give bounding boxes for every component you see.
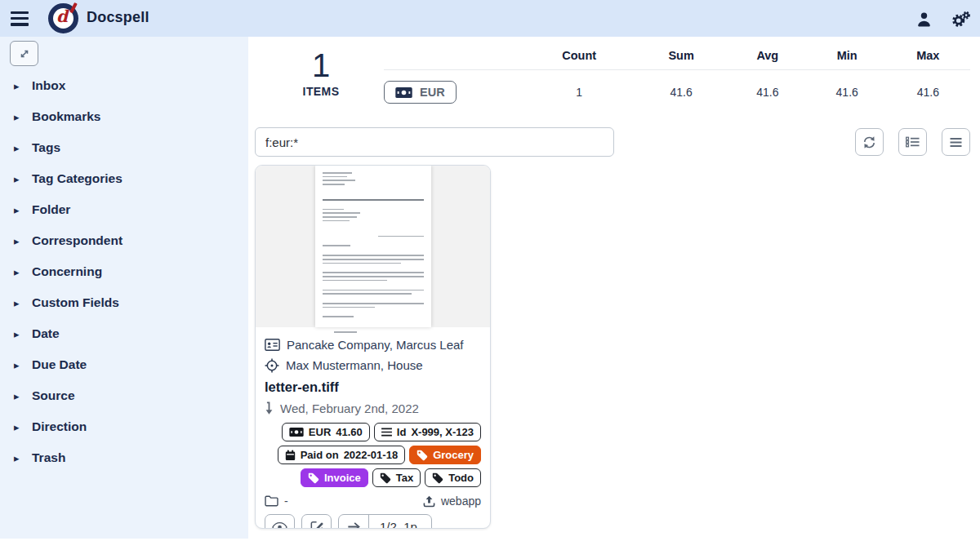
sidebar-item-date[interactable]: ▸Date: [0, 318, 248, 349]
sidebar-item-folder[interactable]: ▸Folder: [0, 194, 248, 225]
arrow-down-icon: [265, 401, 274, 415]
sidebar-item-due-date[interactable]: ▸Due Date: [0, 349, 248, 380]
stats-col-count: Count: [523, 47, 635, 70]
view-menu-button[interactable]: [942, 128, 970, 156]
menu-icon[interactable]: [11, 11, 29, 26]
left-sidebar: ▸Inbox ▸Bookmarks ▸Tags ▸Tag Categories …: [0, 37, 248, 539]
source-name: webapp: [441, 495, 481, 508]
correspondent-row: Pancake Company, Marcus Leaf: [265, 335, 481, 355]
open-detail-button[interactable]: [339, 515, 369, 529]
stats-max-value: 41.6: [886, 70, 970, 104]
currency-badge: EUR: [384, 81, 457, 104]
money-bill-icon: [395, 87, 412, 98]
items-count-block: 1 ITEMS: [272, 47, 370, 98]
app-title: Docspell: [87, 9, 149, 26]
stats-col-avg: Avg: [727, 47, 808, 70]
lines-icon: [381, 428, 392, 437]
chevron-right-icon: ▸: [14, 297, 25, 309]
chevron-right-icon: ▸: [14, 142, 25, 154]
chevron-right-icon: ▸: [14, 173, 25, 185]
sidebar-item-label: Folder: [32, 202, 70, 217]
chevron-right-icon: ▸: [14, 80, 25, 92]
tag-name: Tax: [396, 471, 413, 485]
sidebar-item-tags[interactable]: ▸Tags: [0, 132, 248, 163]
sidebar-item-tag-categories[interactable]: ▸Tag Categories: [0, 163, 248, 194]
chevron-right-icon: ▸: [14, 452, 25, 464]
sidebar-item-custom-fields[interactable]: ▸Custom Fields: [0, 287, 248, 318]
gears-icon[interactable]: [951, 9, 972, 29]
currency-stats-table: Count Sum Avg Min Max EUR 1 41.6 41.6 41…: [384, 47, 970, 104]
amount-currency: EUR: [309, 425, 331, 439]
select-mode-button[interactable]: [898, 128, 927, 156]
preview-button[interactable]: [265, 514, 295, 529]
chevron-right-icon: ▸: [14, 235, 25, 247]
stats-col-max: Max: [886, 47, 970, 70]
sidebar-item-source[interactable]: ▸Source: [0, 380, 248, 411]
sidebar-item-label: Custom Fields: [32, 295, 119, 310]
chevron-right-icon: ▸: [14, 328, 25, 340]
eye-icon: [272, 522, 287, 530]
sidebar-item-direction[interactable]: ▸Direction: [0, 411, 248, 442]
upload-icon: [423, 495, 435, 508]
edit-button[interactable]: [301, 514, 332, 529]
expand-sidebar-button[interactable]: [10, 41, 38, 66]
chevron-right-icon: ▸: [14, 359, 25, 371]
bars-icon: [950, 137, 962, 148]
refresh-button[interactable]: [855, 128, 884, 156]
item-badges: EUR 41.60 Id X-999, X-123 Paid on 2022-0…: [265, 423, 481, 487]
document-thumbnail[interactable]: [256, 166, 490, 327]
sidebar-item-inbox[interactable]: ▸Inbox: [0, 70, 248, 101]
sync-icon: [862, 135, 876, 149]
paid-date-badge: Paid on 2022-01-18: [278, 446, 405, 464]
pages-count-label[interactable]: 1/2, 1p.: [369, 515, 431, 529]
tag-icon: [308, 472, 319, 484]
docspell-app: d Docspell ▸Inbox ▸Bookmarks ▸Tags ▸Tag …: [0, 0, 980, 550]
sidebar-item-label: Direction: [32, 419, 87, 434]
sidebar-item-label: Inbox: [32, 78, 65, 93]
id-value: X-999, X-123: [411, 425, 474, 439]
sidebar-item-bookmarks[interactable]: ▸Bookmarks: [0, 101, 248, 132]
folder-icon: [265, 495, 278, 507]
money-bill-icon: [289, 428, 304, 437]
stats-avg-value: 41.6: [727, 70, 808, 104]
search-input[interactable]: [255, 127, 614, 157]
user-icon[interactable]: [913, 9, 934, 29]
chevron-right-icon: ▸: [14, 111, 25, 123]
folder-source-row: - webapp: [265, 495, 481, 508]
card-body: Pancake Company, Marcus Leaf Max Musterm…: [256, 327, 490, 529]
items-count: 1: [272, 47, 370, 83]
sidebar-item-correspondent[interactable]: ▸Correspondent: [0, 225, 248, 256]
tag-badge-tax: Tax: [372, 468, 421, 487]
amount-value: 41.60: [336, 425, 363, 439]
id-badge: Id X-999, X-123: [374, 423, 481, 441]
item-date-row: Wed, February 2nd, 2022: [265, 398, 481, 418]
item-date: Wed, February 2nd, 2022: [280, 401, 419, 415]
card-actions: 1/2, 1p.: [265, 514, 481, 529]
source-info: webapp: [423, 495, 481, 508]
sidebar-item-label: Date: [32, 326, 60, 341]
tag-badge-grocery: Grocery: [409, 446, 481, 464]
item-title[interactable]: letter-en.tiff: [265, 379, 481, 395]
stats-col-spacer: [384, 47, 523, 70]
stats-header-row: Count Sum Avg Min Max: [384, 47, 970, 70]
paid-value: 2022-01-18: [344, 448, 399, 462]
docspell-logo: d: [48, 3, 78, 33]
pages-button-group: 1/2, 1p.: [338, 514, 432, 529]
address-card-icon: [265, 339, 280, 351]
stats-row-eur: EUR 1 41.6 41.6 41.6 41.6: [384, 70, 970, 104]
stats-min-value: 41.6: [808, 70, 886, 104]
chevron-right-icon: ▸: [14, 204, 25, 216]
tag-icon: [416, 450, 428, 461]
sidebar-item-concerning[interactable]: ▸Concerning: [0, 256, 248, 287]
items-count-label: ITEMS: [272, 85, 370, 98]
paid-label: Paid on: [301, 448, 339, 462]
sidebar-item-trash[interactable]: ▸Trash: [0, 442, 248, 473]
currency-code: EUR: [420, 86, 445, 99]
stats-col-min: Min: [808, 47, 886, 70]
chevron-right-icon: ▸: [14, 421, 25, 433]
sidebar-item-label: Tag Categories: [32, 171, 122, 186]
tag-name: Grocery: [433, 448, 474, 462]
sidebar-item-label: Tags: [32, 140, 60, 155]
tag-icon: [432, 472, 443, 484]
folder-name: -: [284, 495, 288, 508]
